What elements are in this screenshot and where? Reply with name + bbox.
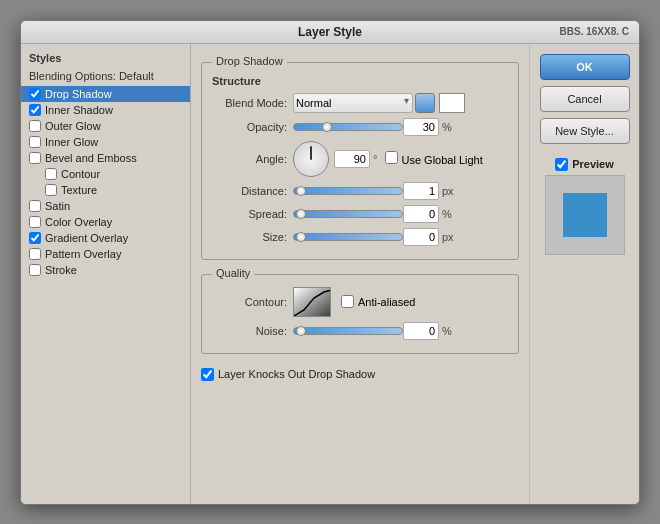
distance-label: Distance: (212, 185, 287, 197)
dialog-body: Styles Blending Options: Default Drop Sh… (21, 44, 639, 504)
cancel-button[interactable]: Cancel (540, 86, 630, 112)
sidebar-label-drop-shadow: Drop Shadow (45, 88, 112, 100)
spread-input[interactable] (403, 205, 439, 223)
checkbox-outer-glow[interactable] (29, 120, 41, 132)
use-global-light-row: Use Global Light (385, 151, 482, 166)
title-bar: Layer Style BBS. 16XX8. C (21, 21, 639, 44)
spread-thumb[interactable] (296, 209, 306, 219)
sidebar-item-inner-shadow[interactable]: Inner Shadow (21, 102, 190, 118)
angle-input[interactable] (334, 150, 370, 168)
middle-panel: Drop Shadow Structure Blend Mode: Normal (191, 44, 529, 504)
blend-mode-color-swatch[interactable] (439, 93, 465, 113)
sidebar-item-stroke[interactable]: Stroke (21, 262, 190, 278)
checkbox-bevel-emboss[interactable] (29, 152, 41, 164)
sidebar-item-drop-shadow[interactable]: Drop Shadow (21, 86, 190, 102)
checkbox-gradient-overlay[interactable] (29, 232, 41, 244)
blend-mode-select-wrapper[interactable]: Normal (293, 93, 413, 113)
title-bar-corner: BBS. 16XX8. C (529, 26, 629, 37)
checkbox-contour[interactable] (45, 168, 57, 180)
blend-mode-label: Blend Mode: (212, 97, 287, 109)
sidebar-item-texture[interactable]: Texture (21, 182, 190, 198)
use-global-light-checkbox[interactable] (385, 151, 398, 164)
structure-title: Structure (212, 75, 508, 87)
sidebar-label-gradient-overlay: Gradient Overlay (45, 232, 128, 244)
distance-row: Distance: px (212, 182, 508, 200)
sidebar-item-outer-glow[interactable]: Outer Glow (21, 118, 190, 134)
spread-slider[interactable] (293, 210, 403, 218)
checkbox-drop-shadow[interactable] (29, 88, 41, 100)
anti-aliased-row: Anti-aliased (341, 295, 415, 308)
anti-aliased-label: Anti-aliased (358, 296, 415, 308)
new-style-button[interactable]: New Style... (540, 118, 630, 144)
size-unit: px (442, 231, 454, 243)
noise-row: Noise: % (212, 322, 508, 340)
sidebar-item-inner-glow[interactable]: Inner Glow (21, 134, 190, 150)
opacity-thumb[interactable] (322, 122, 332, 132)
distance-thumb[interactable] (296, 186, 306, 196)
distance-unit: px (442, 185, 454, 197)
sidebar-label-color-overlay: Color Overlay (45, 216, 112, 228)
spread-label: Spread: (212, 208, 287, 220)
noise-input[interactable] (403, 322, 439, 340)
opacity-row: Opacity: % (212, 118, 508, 136)
angle-row: Angle: ° Use Global Light (212, 141, 508, 177)
quality-section: Quality Contour: (201, 274, 519, 354)
blend-mode-arrow[interactable] (415, 93, 435, 113)
layer-style-dialog: Layer Style BBS. 16XX8. C Styles Blendin… (20, 20, 640, 505)
blending-options-item[interactable]: Blending Options: Default (21, 68, 190, 86)
layer-knocks-out-row: Layer Knocks Out Drop Shadow (201, 362, 519, 387)
sidebar-item-satin[interactable]: Satin (21, 198, 190, 214)
left-panel: Styles Blending Options: Default Drop Sh… (21, 44, 191, 504)
checkbox-pattern-overlay[interactable] (29, 248, 41, 260)
layer-knocks-out-checkbox[interactable] (201, 368, 214, 381)
sidebar-label-stroke: Stroke (45, 264, 77, 276)
preview-box (545, 175, 625, 255)
contour-preview[interactable] (293, 287, 331, 317)
sidebar-item-contour[interactable]: Contour (21, 166, 190, 182)
sidebar-item-color-overlay[interactable]: Color Overlay (21, 214, 190, 230)
preview-square (563, 193, 607, 237)
sidebar-label-outer-glow: Outer Glow (45, 120, 101, 132)
noise-slider[interactable] (293, 327, 403, 335)
preview-checkbox[interactable] (555, 158, 568, 171)
checkbox-inner-glow[interactable] (29, 136, 41, 148)
checkbox-stroke[interactable] (29, 264, 41, 276)
checkbox-satin[interactable] (29, 200, 41, 212)
distance-slider[interactable] (293, 187, 403, 195)
layer-knocks-out-label: Layer Knocks Out Drop Shadow (218, 368, 375, 380)
styles-header: Styles (21, 50, 190, 68)
sidebar-label-contour: Contour (61, 168, 100, 180)
anti-aliased-checkbox[interactable] (341, 295, 354, 308)
noise-thumb[interactable] (296, 326, 306, 336)
contour-row: Contour: (212, 287, 508, 317)
opacity-slider[interactable] (293, 123, 403, 131)
checkbox-texture[interactable] (45, 184, 57, 196)
structure-section: Structure Blend Mode: Normal (202, 63, 518, 259)
preview-section: Preview (540, 158, 630, 255)
opacity-unit: % (442, 121, 452, 133)
checkbox-color-overlay[interactable] (29, 216, 41, 228)
blend-mode-select[interactable]: Normal (293, 93, 413, 113)
noise-label: Noise: (212, 325, 287, 337)
size-slider[interactable] (293, 233, 403, 241)
size-label: Size: (212, 231, 287, 243)
contour-label: Contour: (212, 296, 287, 308)
sidebar-label-satin: Satin (45, 200, 70, 212)
sidebar-item-gradient-overlay[interactable]: Gradient Overlay (21, 230, 190, 246)
drop-shadow-section: Drop Shadow Structure Blend Mode: Normal (201, 62, 519, 260)
sidebar-item-pattern-overlay[interactable]: Pattern Overlay (21, 246, 190, 262)
size-input[interactable] (403, 228, 439, 246)
angle-dial[interactable] (293, 141, 329, 177)
right-panel: OK Cancel New Style... Preview (529, 44, 639, 504)
sidebar-item-bevel-emboss[interactable]: Bevel and Emboss (21, 150, 190, 166)
ok-button[interactable]: OK (540, 54, 630, 80)
sidebar-label-texture: Texture (61, 184, 97, 196)
spread-unit: % (442, 208, 452, 220)
opacity-input[interactable] (403, 118, 439, 136)
preview-label: Preview (572, 158, 614, 170)
distance-input[interactable] (403, 182, 439, 200)
angle-unit: ° (373, 153, 377, 165)
quality-content: Contour: (202, 275, 518, 353)
size-thumb[interactable] (296, 232, 306, 242)
checkbox-inner-shadow[interactable] (29, 104, 41, 116)
